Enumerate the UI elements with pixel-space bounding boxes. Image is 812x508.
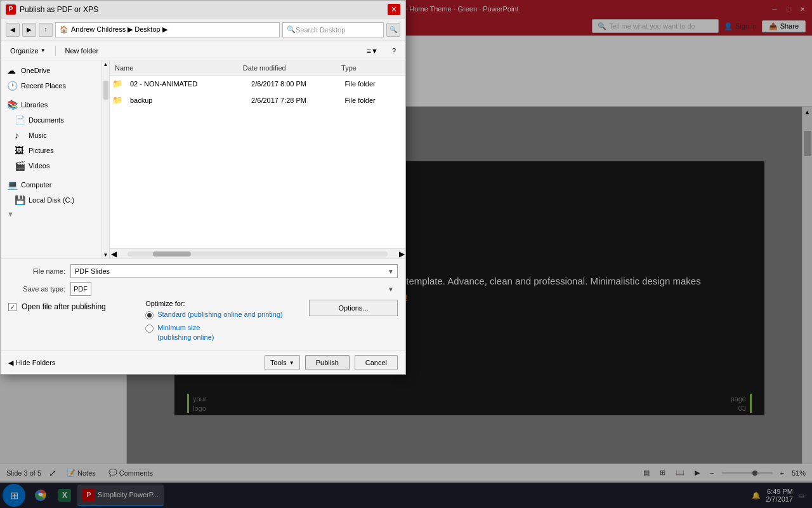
videos-icon: 🎬 xyxy=(15,161,25,171)
file-date-1: 2/6/2017 8:00 PM xyxy=(246,80,339,88)
radio-minimum[interactable]: Minimum size(publishing online) xyxy=(145,323,304,342)
dialog-filelist-container: ☁ OneDrive 🕐 Recent Places 📚 Libraries 📄… xyxy=(1,60,405,258)
options-row: ✓ Open file after publishing Optimize fo… xyxy=(8,300,398,345)
dialog-titlebar: P Publish as PDF or XPS ✕ xyxy=(1,1,405,18)
filename-row: File name: ▼ xyxy=(8,264,398,278)
left-options: ✓ Open file after publishing xyxy=(8,300,140,314)
dialog-left-nav: ☁ OneDrive 🕐 Recent Places 📚 Libraries 📄… xyxy=(1,60,102,258)
column-type[interactable]: Type xyxy=(336,64,405,72)
search-button[interactable]: 🔍 xyxy=(386,23,400,37)
tools-button[interactable]: Tools ▼ xyxy=(265,355,300,370)
cancel-button[interactable]: Cancel xyxy=(355,355,398,370)
filename-label: File name: xyxy=(8,267,65,275)
dialog-title: Publish as PDF or XPS xyxy=(20,5,98,14)
computer-icon: 💻 xyxy=(7,180,17,190)
hscroll-left[interactable]: ◀ xyxy=(110,250,117,258)
hide-folders-button[interactable]: ◀ Hide Folders xyxy=(8,359,55,367)
dialog-filelist: Name Date modified Type 📁 02 - NON-ANIMA… xyxy=(110,60,405,258)
column-name[interactable]: Name xyxy=(110,64,238,72)
music-icon: ♪ xyxy=(15,130,25,140)
file-item-backup[interactable]: 📁 backup 2/6/2017 7:28 PM File folder xyxy=(110,92,405,109)
hscroll-thumb[interactable] xyxy=(153,251,191,257)
leftnav-scroll-up[interactable]: ▲ xyxy=(102,60,109,68)
leftnav-scroll-thumb[interactable] xyxy=(103,81,108,100)
nav-local-disk[interactable]: 💾 Local Disk (C:) xyxy=(1,192,102,208)
optimize-label: Optimize for: xyxy=(145,300,304,307)
home-icon: 🏠 xyxy=(60,25,69,34)
radio-standard-dot xyxy=(147,313,152,318)
view-options-button[interactable]: ≡▼ xyxy=(363,45,383,57)
file-name-2: backup xyxy=(125,97,246,104)
search-icon: 🔍 xyxy=(287,25,296,34)
nav-more[interactable]: ▼ xyxy=(1,208,102,220)
savetype-arrow: ▼ xyxy=(388,286,394,293)
up-button[interactable]: ↑ xyxy=(39,23,53,37)
save-dialog: P Publish as PDF or XPS ✕ ◀ ▶ ↑ 🏠 Andrew… xyxy=(0,0,406,375)
organize-button[interactable]: Organize ▼ xyxy=(6,45,50,57)
file-name-1: 02 - NON-ANIMATED xyxy=(125,80,246,88)
options-button[interactable]: Options... xyxy=(309,300,398,316)
hscroll-track xyxy=(128,251,388,257)
file-type-1: File folder xyxy=(339,80,405,88)
organize-chevron: ▼ xyxy=(41,48,46,53)
radio-standard-label: Standard (publishing online and printing… xyxy=(157,310,283,319)
leftnav-scroll-down[interactable]: ▼ xyxy=(102,251,109,258)
savetype-row: Save as type: PDF XPS ▼ xyxy=(8,282,398,296)
forward-button[interactable]: ▶ xyxy=(22,23,36,37)
folder-icon-2: 📁 xyxy=(112,95,122,105)
column-date[interactable]: Date modified xyxy=(238,64,336,72)
nav-documents[interactable]: 📄 Documents xyxy=(1,112,102,128)
leftnav-scrollbar[interactable]: ▲ ▼ xyxy=(102,60,110,258)
toolbar-separator xyxy=(55,46,56,56)
documents-icon: 📄 xyxy=(15,115,25,125)
address-path[interactable]: 🏠 Andrew Childress ▶ Desktop ▶ xyxy=(55,22,280,37)
recent-places-icon: 🕐 xyxy=(7,81,17,91)
open-after-label: Open file after publishing xyxy=(22,302,106,311)
savetype-wrapper: PDF XPS ▼ xyxy=(70,282,398,296)
nav-libraries[interactable]: 📚 Libraries xyxy=(1,97,102,112)
open-after-publishing-row: ✓ Open file after publishing xyxy=(8,300,140,314)
radio-minimum-button[interactable] xyxy=(145,324,154,333)
savetype-label: Save as type: xyxy=(8,285,65,293)
nav-recent-places[interactable]: 🕐 Recent Places xyxy=(1,78,102,93)
file-list-body: 📁 02 - NON-ANIMATED 2/6/2017 8:00 PM Fil… xyxy=(110,76,405,248)
dialog-footer: ◀ Hide Folders Tools ▼ Publish Cancel xyxy=(1,351,405,374)
dialog-close-button[interactable]: ✕ xyxy=(388,4,400,15)
open-after-checkbox[interactable]: ✓ xyxy=(8,303,16,311)
back-button[interactable]: ◀ xyxy=(6,23,20,37)
search-box[interactable]: 🔍 Search Desktop xyxy=(282,22,384,37)
hide-folders-icon: ◀ xyxy=(8,359,13,367)
folder-icon-1: 📁 xyxy=(112,79,122,89)
leftnav-scroll-track xyxy=(102,68,109,251)
help-button[interactable]: ? xyxy=(388,45,400,57)
onedrive-icon: ☁ xyxy=(7,65,17,76)
new-folder-button[interactable]: New folder xyxy=(61,45,103,57)
filename-wrapper: ▼ xyxy=(70,264,398,278)
libraries-icon: 📚 xyxy=(7,100,17,110)
local-disk-icon: 💾 xyxy=(15,195,25,205)
tools-chevron: ▼ xyxy=(289,360,294,366)
filename-input[interactable] xyxy=(70,264,398,278)
nav-onedrive[interactable]: ☁ OneDrive xyxy=(1,63,102,78)
pictures-icon: 🖼 xyxy=(15,145,25,156)
nav-pictures[interactable]: 🖼 Pictures xyxy=(1,143,102,158)
optimize-section: Optimize for: Standard (publishing onlin… xyxy=(145,300,304,345)
publish-button[interactable]: Publish xyxy=(305,355,350,370)
horizontal-scrollbar[interactable]: ◀ ▶ xyxy=(110,248,405,258)
file-list-header: Name Date modified Type xyxy=(110,60,405,76)
footer-buttons: Tools ▼ Publish Cancel xyxy=(265,355,398,370)
dialog-title-icon: P xyxy=(6,4,16,15)
dialog-address-bar: ◀ ▶ ↑ 🏠 Andrew Childress ▶ Desktop ▶ 🔍 S… xyxy=(1,18,405,41)
nav-videos[interactable]: 🎬 Videos xyxy=(1,158,102,173)
file-type-2: File folder xyxy=(339,97,405,104)
dialog-titlebar-left: P Publish as PDF or XPS xyxy=(6,4,98,15)
radio-minimum-label: Minimum size(publishing online) xyxy=(157,323,214,342)
hscroll-right[interactable]: ▶ xyxy=(398,250,405,258)
radio-standard-button[interactable] xyxy=(145,311,154,319)
dialog-toolbar: Organize ▼ New folder ≡▼ ? xyxy=(1,41,405,60)
savetype-select[interactable]: PDF XPS xyxy=(70,282,91,296)
nav-computer[interactable]: 💻 Computer xyxy=(1,177,102,192)
nav-music[interactable]: ♪ Music xyxy=(1,128,102,143)
radio-standard[interactable]: Standard (publishing online and printing… xyxy=(145,310,304,319)
file-item-non-animated[interactable]: 📁 02 - NON-ANIMATED 2/6/2017 8:00 PM Fil… xyxy=(110,76,405,92)
